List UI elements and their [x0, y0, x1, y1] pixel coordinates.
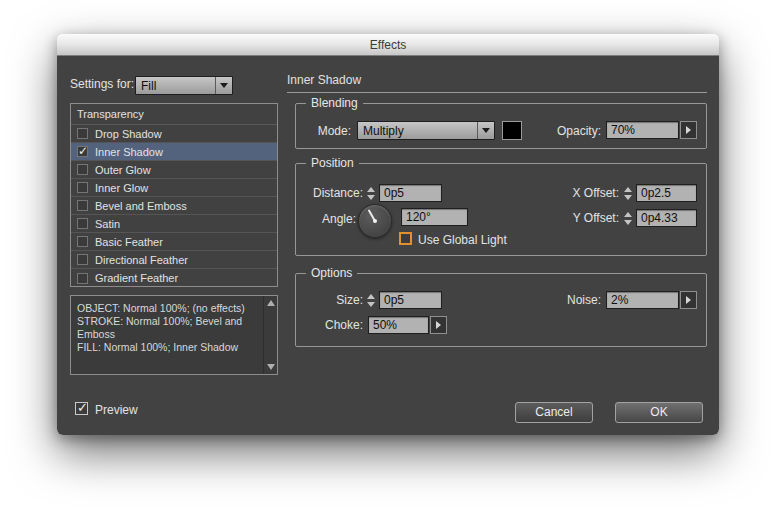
- mode-dropdown[interactable]: Multiply: [357, 121, 495, 140]
- dropdown-arrow-zone[interactable]: [477, 122, 494, 139]
- list-item-drop-shadow[interactable]: Drop Shadow: [71, 125, 277, 143]
- angle-input[interactable]: [401, 208, 468, 226]
- distance-label: Distance:: [296, 184, 363, 202]
- distance-input[interactable]: [379, 184, 442, 202]
- dialog-title: Effects: [370, 38, 406, 52]
- list-item-label: Bevel and Emboss: [95, 200, 187, 212]
- spinner-up-icon[interactable]: [624, 187, 632, 192]
- effects-list: Transparency Drop Shadow Inner Shadow Ou…: [70, 103, 278, 287]
- mode-value: Multiply: [358, 124, 477, 138]
- blending-legend: Blending: [306, 96, 363, 110]
- choke-slider-button[interactable]: [430, 316, 447, 334]
- settings-for-value: Fill: [136, 79, 215, 93]
- y-offset-label: Y Offset:: [536, 209, 619, 227]
- checkbox-icon[interactable]: [77, 273, 88, 284]
- list-item-basic-feather[interactable]: Basic Feather: [71, 233, 277, 251]
- angle-label: Angle:: [296, 210, 356, 228]
- list-item-gradient-feather[interactable]: Gradient Feather: [71, 269, 277, 287]
- chevron-down-icon: [482, 128, 490, 133]
- list-item-inner-shadow[interactable]: Inner Shadow: [71, 143, 277, 161]
- applied-effects-summary: OBJECT: Normal 100%; (no effects) STROKE…: [70, 295, 278, 375]
- desktop-background: Effects Settings for: Fill Inner Shadow …: [0, 0, 776, 514]
- panel-title: Inner Shadow: [287, 73, 361, 87]
- opacity-input[interactable]: [606, 121, 679, 139]
- settings-for-dropdown[interactable]: Fill: [135, 76, 233, 95]
- panel-title-divider: [287, 92, 707, 93]
- checkbox-icon[interactable]: [77, 218, 88, 229]
- angle-dial-center-dot: [373, 219, 377, 223]
- y-offset-spinner[interactable]: [623, 210, 633, 226]
- size-input[interactable]: [379, 291, 442, 309]
- spinner-up-icon[interactable]: [367, 294, 375, 299]
- settings-for-label: Settings for:: [70, 77, 134, 91]
- arrow-right-icon: [436, 321, 441, 329]
- checkbox-icon[interactable]: [77, 236, 88, 247]
- checkbox-icon[interactable]: [77, 164, 88, 175]
- use-global-light-checkbox[interactable]: [399, 232, 412, 245]
- spinner-down-icon[interactable]: [624, 195, 632, 200]
- list-item-label: Basic Feather: [95, 236, 163, 248]
- x-offset-label: X Offset:: [536, 184, 619, 202]
- dialog-body: Settings for: Fill Inner Shadow Transpar…: [57, 56, 719, 435]
- noise-label: Noise:: [521, 291, 601, 309]
- spinner-down-icon[interactable]: [624, 220, 632, 225]
- dropdown-arrow-zone[interactable]: [215, 77, 232, 94]
- choke-input[interactable]: [368, 316, 429, 334]
- checkbox-icon[interactable]: [77, 200, 88, 211]
- blending-group: Blending Mode: Multiply Opacity:: [295, 103, 707, 149]
- list-item-label: Outer Glow: [95, 164, 151, 176]
- list-item-label: Directional Feather: [95, 254, 188, 266]
- arrow-right-icon: [686, 126, 691, 134]
- preview-checkbox[interactable]: [75, 402, 88, 415]
- options-legend: Options: [306, 266, 357, 280]
- spinner-up-icon[interactable]: [367, 187, 375, 192]
- scroll-up-icon[interactable]: [267, 300, 275, 306]
- x-offset-input[interactable]: [636, 184, 697, 202]
- effects-list-header: Transparency: [71, 104, 277, 125]
- list-item-outer-glow[interactable]: Outer Glow: [71, 161, 277, 179]
- cancel-button[interactable]: Cancel: [515, 402, 593, 423]
- summary-text: OBJECT: Normal 100%; (no effects) STROKE…: [77, 302, 259, 354]
- options-group: Options Size: Noise: Choke:: [295, 273, 707, 347]
- size-spinner[interactable]: [366, 292, 376, 308]
- summary-scrollbar[interactable]: [263, 296, 277, 374]
- size-label: Size:: [296, 291, 363, 309]
- opacity-label: Opacity:: [521, 122, 601, 140]
- list-item-label: Gradient Feather: [95, 272, 178, 284]
- summary-line-object: OBJECT: Normal 100%; (no effects): [77, 302, 259, 315]
- checkbox-checked-icon[interactable]: [77, 146, 88, 157]
- preview-label: Preview: [95, 403, 138, 417]
- list-item-label: Satin: [95, 218, 120, 230]
- checkbox-icon[interactable]: [77, 182, 88, 193]
- list-item-directional-feather[interactable]: Directional Feather: [71, 251, 277, 269]
- list-item-inner-glow[interactable]: Inner Glow: [71, 179, 277, 197]
- chevron-down-icon: [220, 83, 228, 88]
- noise-slider-button[interactable]: [680, 291, 697, 309]
- list-item-label: Inner Shadow: [95, 146, 163, 158]
- summary-line-fill: FILL: Normal 100%; Inner Shadow: [77, 341, 259, 354]
- spinner-up-icon[interactable]: [624, 212, 632, 217]
- effects-dialog: Effects Settings for: Fill Inner Shadow …: [57, 34, 719, 435]
- ok-button[interactable]: OK: [615, 402, 703, 423]
- y-offset-input[interactable]: [636, 209, 697, 227]
- choke-label: Choke:: [296, 316, 363, 334]
- position-legend: Position: [306, 156, 359, 170]
- angle-dial[interactable]: [358, 204, 392, 238]
- scroll-down-icon[interactable]: [267, 364, 275, 370]
- spinner-down-icon[interactable]: [367, 302, 375, 307]
- checkbox-icon[interactable]: [77, 254, 88, 265]
- noise-input[interactable]: [606, 291, 679, 309]
- use-global-light-label: Use Global Light: [418, 233, 507, 247]
- dialog-titlebar[interactable]: Effects: [57, 34, 719, 56]
- mode-label: Mode:: [296, 122, 351, 140]
- arrow-right-icon: [686, 296, 691, 304]
- x-offset-spinner[interactable]: [623, 185, 633, 201]
- shadow-color-swatch[interactable]: [502, 121, 522, 140]
- list-item-bevel-and-emboss[interactable]: Bevel and Emboss: [71, 197, 277, 215]
- opacity-slider-button[interactable]: [680, 121, 697, 139]
- list-item-satin[interactable]: Satin: [71, 215, 277, 233]
- spinner-down-icon[interactable]: [367, 195, 375, 200]
- summary-line-stroke: STROKE: Normal 100%; Bevel and Emboss: [77, 315, 259, 341]
- checkbox-icon[interactable]: [77, 128, 88, 139]
- distance-spinner[interactable]: [366, 185, 376, 201]
